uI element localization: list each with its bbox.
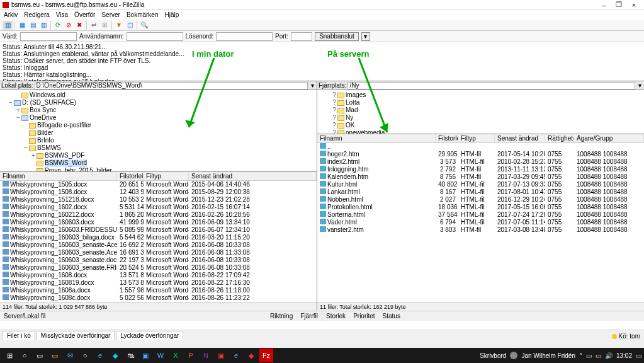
file-row[interactable]: Whiskyprovning_160819.docx13 573 838Micr… xyxy=(0,279,317,287)
toggle-queue-icon[interactable]: ▥ xyxy=(38,21,48,30)
menu-bokmarken[interactable]: Bokmärken xyxy=(127,11,159,18)
menu-server[interactable]: Server xyxy=(101,11,120,18)
pass-input[interactable] xyxy=(216,32,273,41)
reconnect-icon[interactable]: ⊞ xyxy=(99,21,110,30)
menu-redigera[interactable]: Redigera xyxy=(24,11,50,18)
filter-icon[interactable]: ▼ xyxy=(114,21,124,30)
file-row[interactable]: Lankar.html8 167HTML-fil2017-08-01 10:47… xyxy=(317,188,644,196)
app3-icon[interactable]: ▣ xyxy=(138,349,152,362)
tab-ok[interactable]: Lyckade överföringar xyxy=(116,331,183,340)
file-row[interactable]: Whiskyprovning_160212.docx1 865 204Micro… xyxy=(0,211,317,219)
tree-node[interactable]: Bifogade e-postfiler xyxy=(0,122,317,129)
ie-icon[interactable]: e xyxy=(229,349,243,362)
file-row[interactable]: Whiskyprovning_160603_senaste.Acer-Dator… xyxy=(0,249,317,256)
tree-node[interactable]: ?onewebmedia xyxy=(317,129,644,134)
tree-node[interactable]: Bilder xyxy=(0,129,317,137)
file-row[interactable]: Whiskyprovning_160603_senaste.FRIDDESSUR… xyxy=(0,264,317,272)
col-size[interactable]: Filstorlek xyxy=(436,134,458,142)
col-remote[interactable]: Fjärrfil xyxy=(300,313,318,320)
notification-icon[interactable]: ▭ xyxy=(636,352,641,359)
disconnect-icon[interactable]: ⇄ xyxy=(89,21,99,30)
local-site-dropdown-icon[interactable]: ▾ xyxy=(308,82,317,89)
menu-hjalp[interactable]: Hjälp xyxy=(164,11,179,18)
remote-tree[interactable]: ?images?Lotta?Mad?Ny?OK?onewebmedia?Prot… xyxy=(317,90,644,134)
file-row[interactable]: Whiskyprovning_1602.docx5 531 140Microso… xyxy=(0,204,317,211)
toggle-log-icon[interactable]: ▦ xyxy=(17,21,27,30)
excel-icon[interactable]: X xyxy=(169,349,183,362)
tab-queued[interactable]: Filer i kö xyxy=(3,331,35,340)
cancel-icon[interactable]: ✖ xyxy=(74,21,84,30)
minimize-button[interactable]: – xyxy=(596,1,611,9)
local-tree[interactable]: Windows.old−D: (SD_SURFACE)+Box Sync−One… xyxy=(0,90,317,172)
maximize-button[interactable]: ❐ xyxy=(611,1,626,9)
quickconnect-button[interactable]: Snabbanslut xyxy=(315,32,359,41)
tree-node[interactable]: ?Lotta xyxy=(317,99,644,107)
col-server[interactable]: Server/Lokal fil xyxy=(4,313,45,320)
col-filename[interactable]: Filnamn xyxy=(317,134,436,142)
file-row[interactable]: Whiskyprovning_160603_bilaga.docx5 544 6… xyxy=(0,234,317,241)
start-button[interactable]: ⊞ xyxy=(3,349,16,362)
store-icon[interactable]: 🛍 xyxy=(123,349,137,362)
file-row[interactable]: Inloggning.htm2 792HTM-fil2013-11-11 13:… xyxy=(317,166,644,173)
tree-node[interactable]: ?Mad xyxy=(317,107,644,114)
explorer-icon[interactable]: ▭ xyxy=(48,349,62,362)
file-row[interactable]: Whiskyprovning_1608a.docx1 557 985Micros… xyxy=(0,287,317,294)
col-type[interactable]: Filtyp xyxy=(144,172,189,180)
app2-icon[interactable]: ◆ xyxy=(108,349,122,362)
file-row[interactable]: Whiskyprovning_1608.docx13 571 859Micros… xyxy=(0,272,317,279)
tray-vol-icon[interactable]: 🔊 xyxy=(605,352,613,359)
app-icon[interactable]: ○ xyxy=(78,349,92,362)
file-row[interactable]: vanster2.htm3 803HTM-fil2017-03-08 13:40… xyxy=(317,226,644,234)
ppt-icon[interactable]: P xyxy=(184,349,198,362)
col-status[interactable]: Status xyxy=(383,313,400,320)
process-queue-icon[interactable]: ⊘ xyxy=(64,21,74,30)
filezilla-icon[interactable]: Fz xyxy=(259,349,273,362)
tree-node[interactable]: BrInfo xyxy=(0,137,317,144)
mail-icon[interactable]: ✉ xyxy=(63,349,77,362)
file-row[interactable]: Kalendern.htm8 756HTM-fil2017-03-29 09:4… xyxy=(317,173,644,181)
tray-up-icon[interactable]: ˄ xyxy=(579,352,582,359)
tree-node[interactable]: −OneDrive xyxy=(0,114,317,122)
file-row[interactable]: Whiskyprovning_151218.docx10 553 266Micr… xyxy=(0,196,317,204)
file-row[interactable]: Kultur.html40 802HTML-fil2017-07-13 09:3… xyxy=(317,181,644,188)
col-filename[interactable]: Filnamn xyxy=(0,172,117,180)
remote-site-input[interactable] xyxy=(347,82,635,89)
taskbar-time[interactable]: 13:02 xyxy=(616,352,632,359)
file-row[interactable]: hoger2.htm29 905HTM-fil2017-05-14 10:28:… xyxy=(317,151,644,158)
col-perm[interactable]: Rättigheter xyxy=(545,134,574,142)
tree-node[interactable]: ?OK xyxy=(317,122,644,129)
tree-node[interactable]: −BSMWS xyxy=(0,144,317,152)
file-row[interactable]: Sorterna.html37 564HTML-fil2017-07-24 17… xyxy=(317,211,644,219)
search-icon[interactable]: ○ xyxy=(18,349,31,362)
user-avatar[interactable] xyxy=(510,352,517,359)
compare-icon[interactable]: ◫ xyxy=(125,21,135,30)
file-row[interactable]: Whiskyprovning_160603.docx41 999 983Micr… xyxy=(0,219,317,226)
file-row[interactable]: Whiskyprovning_160603_senaste.docx22 197… xyxy=(0,256,317,264)
remote-file-list[interactable]: ..hoger2.htm29 905HTM-fil2017-05-14 10:2… xyxy=(317,143,644,302)
menu-overfor[interactable]: Överför xyxy=(74,11,95,18)
col-type[interactable]: Filtyp xyxy=(458,134,495,142)
file-row[interactable]: Whiskyprovning_1508.docx12 403 977Micros… xyxy=(0,188,317,196)
pdf-icon[interactable]: ▣ xyxy=(214,349,228,362)
tab-failed[interactable]: Misslyckade överföringar xyxy=(37,331,115,340)
find-icon[interactable]: 🔍 xyxy=(139,21,149,30)
file-row[interactable]: Whiskyprovning_1505.docx20 651 567Micros… xyxy=(0,181,317,188)
col-size[interactable]: Filstorlek xyxy=(117,172,144,180)
file-row[interactable]: Vader.html6 794HTML-fil2017-07-05 11:14:… xyxy=(317,219,644,226)
tree-node[interactable]: ?Ny xyxy=(317,114,644,122)
col-size[interactable]: Storlek xyxy=(326,313,346,320)
port-input[interactable] xyxy=(291,32,312,41)
col-owner[interactable]: Ägare/Grupp xyxy=(574,134,644,142)
tree-node[interactable]: ?images xyxy=(317,91,644,99)
word-icon[interactable]: W xyxy=(154,349,167,362)
tree-node[interactable]: +Box Sync xyxy=(0,107,317,114)
status-log[interactable]: Status: Ansluter till 46.30.211.98:21...… xyxy=(0,42,644,81)
toggle-tree-icon[interactable]: ▤ xyxy=(28,21,38,30)
app4-icon[interactable]: ◆ xyxy=(244,349,258,362)
menu-visa[interactable]: Visa xyxy=(56,11,68,18)
file-row[interactable]: index2.html3 573HTML-fil2010-02-28 15:23… xyxy=(317,158,644,166)
tree-node[interactable]: Provn_febr_2015_bilder xyxy=(0,167,317,172)
file-row[interactable]: Whiskyprovning_160603.FRIDDESSURFACE.doc… xyxy=(0,226,317,234)
tree-node[interactable]: −D: (SD_SURFACE) xyxy=(0,99,317,107)
local-site-input[interactable] xyxy=(35,82,308,89)
